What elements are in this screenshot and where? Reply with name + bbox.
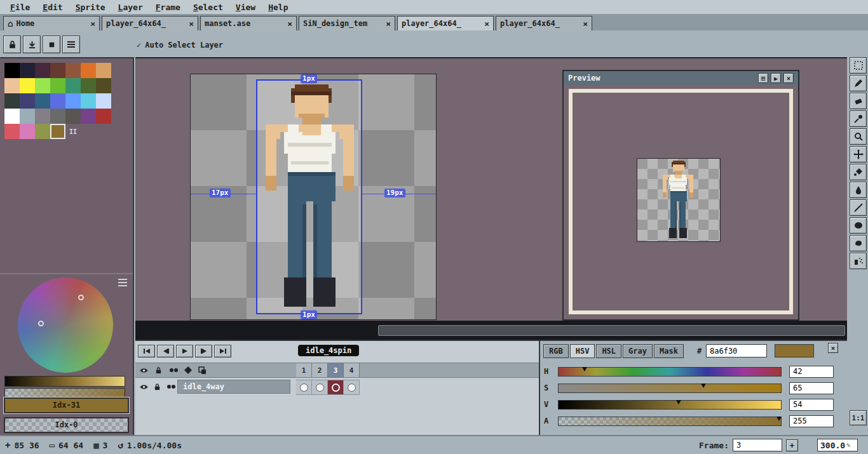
fill-mode-button[interactable]	[43, 36, 60, 53]
cel-frame-4[interactable]	[344, 380, 360, 395]
hex-input[interactable]	[706, 344, 767, 357]
tab-gray[interactable]: Gray	[623, 344, 653, 358]
frame-header-3-active[interactable]: 3	[328, 363, 344, 377]
gradient-tool-button[interactable]	[850, 182, 867, 198]
palette-swatch[interactable]	[96, 63, 111, 78]
line-tool-button[interactable]	[850, 199, 867, 216]
tab-mask[interactable]: Mask	[654, 344, 684, 358]
palette-swatch[interactable]	[35, 124, 50, 139]
canvas-scrollbar-track[interactable]	[135, 321, 847, 340]
palette-swatch[interactable]	[50, 109, 65, 124]
canvas-scrollbar-thumb[interactable]	[378, 325, 845, 336]
tab-player-3[interactable]: player_64x64_ ×	[496, 16, 592, 30]
palette-swatch[interactable]	[20, 63, 35, 78]
close-icon[interactable]: ×	[484, 20, 489, 28]
zoom-tool-button[interactable]	[850, 128, 867, 145]
last-frame-button[interactable]	[214, 345, 231, 357]
tab-player-2-active[interactable]: player_64x64_ ×	[397, 16, 494, 30]
saturation-value-input[interactable]	[789, 382, 834, 394]
add-frame-button[interactable]: +	[786, 439, 798, 451]
frame-header-4[interactable]: 4	[344, 363, 360, 377]
tab-manset[interactable]: manset.ase ×	[200, 16, 297, 30]
menu-select[interactable]: Select	[187, 1, 229, 13]
palette-swatch[interactable]	[35, 93, 50, 109]
onion-skin-icon[interactable]	[181, 364, 194, 377]
preview-close-button[interactable]: ×	[783, 73, 794, 83]
palette-swatch[interactable]	[50, 63, 65, 78]
slider-marker[interactable]	[676, 400, 681, 404]
close-icon[interactable]: ×	[90, 20, 95, 28]
palette-swatch[interactable]	[81, 109, 96, 124]
palette-swatch[interactable]	[35, 78, 50, 93]
tab-home[interactable]: ⌂ Home ×	[3, 16, 100, 30]
pixel-ratio-button[interactable]: 1:1	[850, 410, 867, 425]
background-color-button[interactable]: Idx-0	[4, 417, 129, 433]
first-frame-button[interactable]	[138, 345, 155, 357]
palette-swatch[interactable]	[81, 78, 96, 93]
eyedropper-tool-button[interactable]	[850, 110, 867, 127]
palette-swatch[interactable]	[65, 93, 81, 109]
palette-swatch[interactable]	[4, 63, 20, 78]
value-slider[interactable]	[558, 400, 782, 410]
saturation-slider[interactable]	[558, 384, 782, 393]
sprite-canvas[interactable]: 1px 17px 19px 1px	[191, 74, 436, 319]
slider-marker[interactable]	[582, 367, 587, 371]
wheel-marker[interactable]	[38, 321, 44, 326]
bucket-tool-button[interactable]	[850, 164, 867, 180]
layer-visibility-icon[interactable]	[137, 380, 151, 393]
alpha-value-input[interactable]	[789, 415, 834, 427]
palette-swatch[interactable]	[4, 109, 20, 124]
cel-frame-2[interactable]	[312, 380, 328, 395]
palette-swatch[interactable]	[20, 93, 35, 109]
marquee-tool-button[interactable]	[850, 57, 867, 74]
canvas-area[interactable]: 1px 17px 19px 1px Preview ⊞ ▶ ×	[135, 57, 847, 321]
palette-swatch[interactable]	[20, 109, 35, 124]
cel-frame-3-active[interactable]	[328, 380, 344, 395]
palette-swatch[interactable]	[96, 78, 111, 93]
palette-swatch[interactable]	[35, 109, 50, 124]
zoom-input[interactable]: 300.0 %	[817, 439, 858, 451]
options-button[interactable]	[62, 36, 80, 53]
lock-button[interactable]	[3, 36, 21, 53]
palette-swatch[interactable]	[96, 109, 111, 124]
palette-swatch[interactable]	[50, 93, 65, 109]
lock-icon[interactable]	[152, 364, 165, 377]
menu-sprite[interactable]: Sprite	[69, 1, 112, 13]
menu-file[interactable]: File	[4, 1, 36, 13]
hue-slider[interactable]	[558, 367, 782, 377]
palette-swatch[interactable]	[35, 63, 50, 78]
tab-rgb[interactable]: RGB	[543, 344, 569, 358]
tab-sin-design[interactable]: SiN_design_tem ×	[299, 16, 395, 30]
linked-cels-icon[interactable]	[166, 364, 180, 377]
palette-swatch[interactable]	[96, 93, 111, 109]
palette-swatch[interactable]	[81, 93, 96, 109]
selection-box[interactable]	[256, 79, 362, 314]
palette-swatch[interactable]	[50, 78, 65, 93]
palette-resize-handle[interactable]: II	[69, 128, 77, 135]
close-icon[interactable]: ×	[189, 20, 194, 28]
menu-help[interactable]: Help	[262, 1, 294, 13]
shade-gradient-bar[interactable]	[4, 376, 125, 387]
hue-value-input[interactable]	[789, 366, 834, 378]
eye-icon[interactable]	[137, 364, 151, 377]
palette-swatch[interactable]	[20, 78, 35, 93]
palette-swatch[interactable]	[65, 109, 81, 124]
contour-tool-button[interactable]	[850, 235, 867, 251]
palette-swatch[interactable]	[81, 63, 96, 78]
palette-swatch[interactable]	[4, 78, 20, 93]
wheel-options-icon[interactable]	[118, 279, 127, 286]
slider-marker[interactable]	[776, 417, 782, 421]
alpha-slider[interactable]	[558, 417, 782, 426]
menu-frame[interactable]: Frame	[149, 1, 187, 13]
prev-frame-button[interactable]	[157, 345, 174, 357]
menu-edit[interactable]: Edit	[36, 1, 69, 13]
preview-play-button[interactable]: ▶	[771, 73, 781, 83]
layer-name[interactable]: idle_4way	[177, 380, 290, 394]
close-icon[interactable]: ×	[583, 20, 588, 28]
palette-swatch[interactable]	[65, 78, 81, 93]
layer-lock-icon[interactable]	[151, 380, 164, 393]
layer-linked-cels-icon[interactable]	[164, 380, 177, 393]
close-icon[interactable]: ×	[287, 20, 292, 28]
move-tool-button[interactable]	[850, 146, 867, 163]
duplicate-icon[interactable]	[196, 364, 209, 377]
